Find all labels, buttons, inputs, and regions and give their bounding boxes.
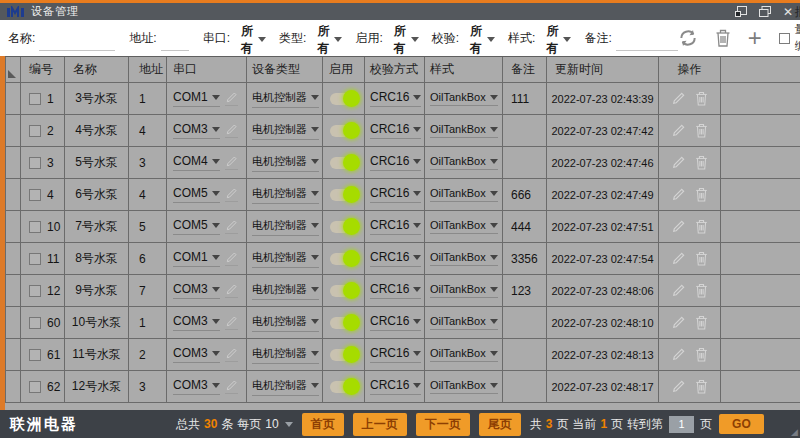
device-type-select[interactable]: 电机控制器 <box>252 250 319 268</box>
delete-row-button[interactable] <box>695 347 708 362</box>
device-type-select[interactable]: 电机控制器 <box>252 378 319 396</box>
enable-toggle[interactable] <box>330 221 358 233</box>
enable-toggle[interactable] <box>330 125 358 137</box>
enable-toggle[interactable] <box>330 189 358 201</box>
row-checkbox[interactable] <box>29 157 41 169</box>
delete-row-button[interactable] <box>695 91 708 106</box>
com-port-select[interactable]: COM3 <box>173 378 220 395</box>
edit-row-button[interactable] <box>671 219 686 234</box>
row-checkbox[interactable] <box>29 189 41 201</box>
com-edit-icon[interactable] <box>225 155 238 170</box>
com-edit-icon[interactable] <box>225 91 238 106</box>
style-select[interactable]: OilTankBox <box>430 123 498 138</box>
row-checkbox[interactable] <box>29 317 41 329</box>
delete-row-button[interactable] <box>695 187 708 202</box>
style-select[interactable]: OilTankBox <box>430 379 498 394</box>
style-select[interactable]: OilTankBox <box>430 155 498 170</box>
com-port-select[interactable]: COM5 <box>173 218 220 235</box>
enable-toggle[interactable] <box>330 157 358 169</box>
check-method-select[interactable]: CRC16 <box>370 122 421 139</box>
style-select[interactable]: OilTankBox <box>430 347 498 362</box>
device-type-select[interactable]: 电机控制器 <box>252 122 319 140</box>
row-checkbox[interactable] <box>29 349 41 361</box>
style-select[interactable]: OilTankBox <box>430 219 498 234</box>
delete-row-button[interactable] <box>695 155 708 170</box>
prev-page-button[interactable]: 上一页 <box>353 413 407 436</box>
edit-row-button[interactable] <box>671 91 686 106</box>
delete-row-button[interactable] <box>695 123 708 138</box>
delete-button[interactable] <box>715 29 731 47</box>
com-edit-icon[interactable] <box>225 283 238 298</box>
go-button[interactable]: GO <box>719 414 764 434</box>
filter-serial-select[interactable]: 所有 <box>238 23 269 60</box>
device-type-select[interactable]: 电机控制器 <box>252 154 319 172</box>
filter-remark-input[interactable] <box>616 36 678 51</box>
per-page-value[interactable]: 10 <box>265 417 278 431</box>
device-type-select[interactable]: 电机控制器 <box>252 90 319 108</box>
com-edit-icon[interactable] <box>225 347 238 362</box>
check-method-select[interactable]: CRC16 <box>370 346 421 363</box>
add-device-button[interactable]: + <box>748 29 762 47</box>
row-checkbox[interactable] <box>29 125 41 137</box>
com-port-select[interactable]: COM4 <box>173 154 220 171</box>
check-method-select[interactable]: CRC16 <box>370 378 421 395</box>
filter-enable-select[interactable]: 所有 <box>391 23 422 60</box>
next-page-button[interactable]: 下一页 <box>416 413 470 436</box>
enable-toggle[interactable] <box>330 317 358 329</box>
check-method-select[interactable]: CRC16 <box>370 90 421 107</box>
edit-row-button[interactable] <box>671 155 686 170</box>
com-edit-icon[interactable] <box>225 123 238 138</box>
chevron-down-icon[interactable] <box>285 422 293 427</box>
enable-toggle[interactable] <box>330 93 358 105</box>
row-checkbox[interactable] <box>29 285 41 297</box>
check-method-select[interactable]: CRC16 <box>370 314 421 331</box>
edit-row-button[interactable] <box>671 187 686 202</box>
delete-row-button[interactable] <box>695 379 708 394</box>
check-method-select[interactable]: CRC16 <box>370 186 421 203</box>
row-checkbox[interactable] <box>29 253 41 265</box>
device-type-select[interactable]: 电机控制器 <box>252 218 319 236</box>
select-all-corner[interactable] <box>5 57 21 83</box>
refresh-button[interactable] <box>678 28 698 48</box>
style-select[interactable]: OilTankBox <box>430 187 498 202</box>
com-port-select[interactable]: COM3 <box>173 282 220 299</box>
filter-name-input[interactable] <box>39 36 115 51</box>
delete-row-button[interactable] <box>695 283 708 298</box>
filter-style-select[interactable]: 所有 <box>543 23 574 60</box>
check-method-select[interactable]: CRC16 <box>370 250 421 267</box>
edit-row-button[interactable] <box>671 123 686 138</box>
first-page-button[interactable]: 首页 <box>302 413 344 436</box>
com-edit-icon[interactable] <box>225 379 238 394</box>
filter-type-select[interactable]: 所有 <box>314 23 345 60</box>
com-port-select[interactable]: COM1 <box>173 250 220 267</box>
device-type-select[interactable]: 电机控制器 <box>252 282 319 300</box>
enable-toggle[interactable] <box>330 285 358 297</box>
enable-toggle[interactable] <box>330 253 358 265</box>
com-edit-icon[interactable] <box>225 315 238 330</box>
device-type-select[interactable]: 电机控制器 <box>252 346 319 364</box>
row-checkbox[interactable] <box>29 221 41 233</box>
com-port-select[interactable]: COM1 <box>173 90 220 107</box>
delete-row-button[interactable] <box>695 219 708 234</box>
com-edit-icon[interactable] <box>225 187 238 202</box>
edit-row-button[interactable] <box>671 315 686 330</box>
style-select[interactable]: OilTankBox <box>430 91 498 106</box>
row-checkbox[interactable] <box>29 381 41 393</box>
check-method-select[interactable]: CRC16 <box>370 282 421 299</box>
style-select[interactable]: OilTankBox <box>430 283 498 298</box>
row-checkbox[interactable] <box>29 93 41 105</box>
edit-row-button[interactable] <box>671 347 686 362</box>
edit-row-button[interactable] <box>671 283 686 298</box>
delete-row-button[interactable] <box>695 315 708 330</box>
style-select[interactable]: OilTankBox <box>430 315 498 330</box>
check-method-select[interactable]: CRC16 <box>370 154 421 171</box>
filter-check-select[interactable]: 所有 <box>467 23 498 60</box>
resize-grip[interactable]: ◢ <box>791 428 798 437</box>
edit-row-button[interactable] <box>671 379 686 394</box>
com-edit-icon[interactable] <box>225 219 238 234</box>
filter-address-input[interactable] <box>161 36 189 51</box>
enable-toggle[interactable] <box>330 349 358 361</box>
com-port-select[interactable]: COM5 <box>173 186 220 203</box>
goto-page-input[interactable] <box>669 416 694 433</box>
com-port-select[interactable]: COM3 <box>173 314 220 331</box>
